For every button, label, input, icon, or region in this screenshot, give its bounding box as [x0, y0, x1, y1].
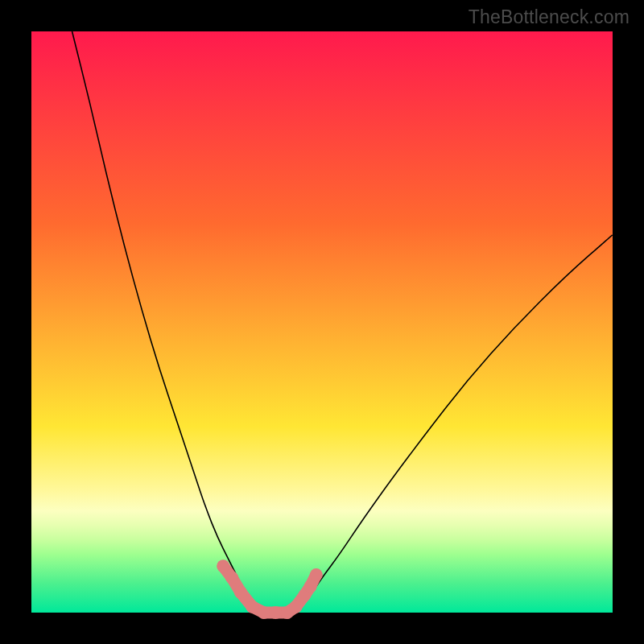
chart-svg-layer [31, 31, 613, 613]
marker-dot [269, 606, 282, 619]
marker-dot [310, 568, 323, 581]
marker-dot [234, 586, 247, 599]
marker-dot [290, 601, 303, 613]
marker-dot [217, 559, 229, 572]
curve-left-branch [72, 31, 258, 613]
marker-dot [225, 572, 238, 584]
chart-frame: TheBottleneck.com [0, 0, 644, 644]
marker-dot [258, 606, 270, 619]
marker-dot [304, 580, 317, 593]
marker-dot [246, 601, 258, 613]
watermark-text: TheBottleneck.com [469, 6, 630, 28]
curve-right-branch [293, 235, 613, 613]
